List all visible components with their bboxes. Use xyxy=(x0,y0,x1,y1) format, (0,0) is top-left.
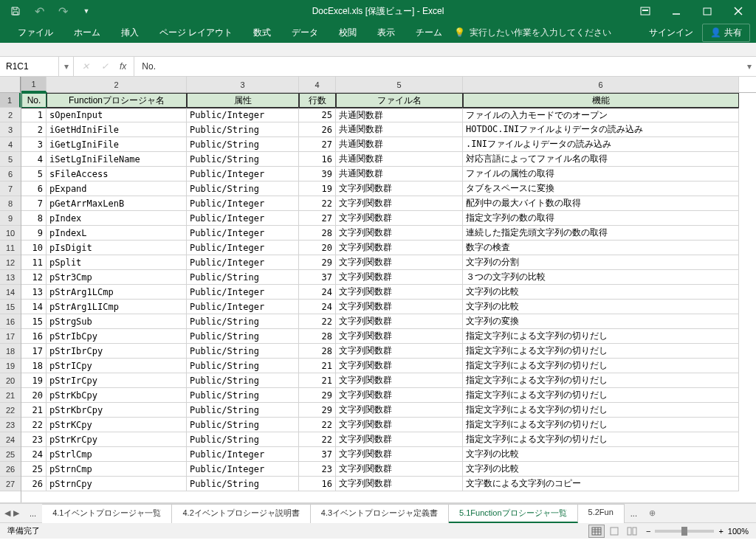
row-header[interactable]: 18 xyxy=(0,344,21,359)
maximize-button[interactable] xyxy=(693,1,722,21)
cell[interactable]: sFileAccess xyxy=(47,167,187,181)
cell[interactable]: pStrKbrCpy xyxy=(47,403,187,418)
zoom-in-button[interactable]: + xyxy=(718,527,723,536)
cell[interactable]: Public/String xyxy=(187,137,299,152)
cell[interactable]: 連続した指定先頭文字列の数の取得 xyxy=(463,226,739,241)
cell[interactable]: 1 xyxy=(21,108,47,122)
cell[interactable]: Public/String xyxy=(187,122,299,137)
cell[interactable]: 22 xyxy=(299,314,336,329)
cell[interactable]: 16 xyxy=(299,477,336,491)
sheet-tab[interactable]: 5.1Functionプロシージャ一覧 xyxy=(449,504,577,523)
row-header[interactable]: 1 xyxy=(0,93,21,108)
add-sheet-button[interactable]: ⊕ xyxy=(643,508,662,518)
cell[interactable]: 文字列関数群 xyxy=(336,300,463,314)
cell[interactable]: 文字列関数群 xyxy=(336,373,463,388)
cell[interactable]: 6 xyxy=(21,181,47,196)
cell[interactable]: 文字列関数群 xyxy=(336,388,463,403)
cell[interactable]: 37 xyxy=(299,447,336,462)
cell[interactable]: pIndex xyxy=(47,211,187,226)
tab-overflow-right[interactable]: ... xyxy=(625,509,643,518)
cell[interactable]: 文字列関数群 xyxy=(336,226,463,241)
cell[interactable]: 共通関数群 xyxy=(336,122,463,137)
cell[interactable]: 22 xyxy=(299,418,336,432)
cell[interactable]: Public/Integer xyxy=(187,167,299,181)
table-header-cell[interactable]: ファイル名 xyxy=(336,93,463,108)
sheet-tab[interactable]: 4.2イベントプロシージャ説明書 xyxy=(172,504,310,523)
cell[interactable]: 29 xyxy=(299,388,336,403)
sheet-tab[interactable]: 4.3イベントプロシージャ定義書 xyxy=(311,504,449,523)
column-header[interactable]: 2 xyxy=(47,77,187,92)
cell[interactable]: 3 xyxy=(21,137,47,152)
cell[interactable]: 28 xyxy=(299,329,336,344)
cell[interactable]: Public/String xyxy=(187,477,299,491)
row-header[interactable]: 22 xyxy=(0,403,21,418)
cell[interactable]: Public/String xyxy=(187,181,299,196)
cell[interactable]: 文字列関数群 xyxy=(336,447,463,462)
cell[interactable]: iSetLgIniFileName xyxy=(47,152,187,167)
cell[interactable]: pStrIrCpy xyxy=(47,373,187,388)
cell[interactable]: 指定文字列による文字列の切りだし xyxy=(463,329,739,344)
cell[interactable]: sOpenInput xyxy=(47,108,187,122)
cell[interactable]: 指定文字列による文字列の切りだし xyxy=(463,388,739,403)
row-header[interactable]: 11 xyxy=(0,241,21,255)
cell[interactable]: 22 xyxy=(299,196,336,211)
cell[interactable]: 12 xyxy=(21,270,47,285)
cell[interactable]: Public/Integer xyxy=(187,447,299,462)
cell[interactable]: pStrlCmp xyxy=(47,447,187,462)
cell[interactable]: 文字列の分割 xyxy=(463,255,739,270)
row-header[interactable]: 9 xyxy=(0,211,21,226)
cell[interactable]: Public/String xyxy=(187,418,299,432)
cell[interactable]: pStrnCpy xyxy=(47,477,187,491)
cell[interactable]: 文字列関数群 xyxy=(336,462,463,477)
cell[interactable]: 21 xyxy=(21,403,47,418)
cell[interactable]: Public/String xyxy=(187,432,299,447)
cell[interactable]: 文字列関数群 xyxy=(336,432,463,447)
sheet-tab[interactable]: 4.1イベントプロシージャ一覧 xyxy=(42,504,172,523)
cell[interactable]: 23 xyxy=(21,432,47,447)
cell[interactable]: 29 xyxy=(299,403,336,418)
tab-file[interactable]: ファイル xyxy=(9,24,62,42)
table-header-cell[interactable]: 属性 xyxy=(187,93,299,108)
cell[interactable]: 20 xyxy=(299,241,336,255)
cell[interactable]: Public/Integer xyxy=(187,226,299,241)
cell[interactable]: Public/String xyxy=(187,270,299,285)
row-header[interactable]: 10 xyxy=(0,226,21,241)
cell[interactable]: iGetHdIniFile xyxy=(47,122,187,137)
formula-expand-button[interactable]: ▾ xyxy=(743,61,756,72)
cell[interactable]: 14 xyxy=(21,300,47,314)
cell[interactable]: 16 xyxy=(299,152,336,167)
cell[interactable]: 25 xyxy=(299,108,336,122)
cell[interactable]: Public/Integer xyxy=(187,300,299,314)
formula-input[interactable]: No. xyxy=(134,61,743,72)
share-button[interactable]: 👤 共有 xyxy=(702,24,750,42)
save-button[interactable] xyxy=(6,1,25,21)
cell[interactable]: 指定文字列による文字列の切りだし xyxy=(463,344,739,359)
cell[interactable]: 文字列の比較 xyxy=(463,447,739,462)
cell[interactable]: pStrICpy xyxy=(47,359,187,373)
cell[interactable]: ３つの文字列の比較 xyxy=(463,270,739,285)
cell[interactable]: 数字の検査 xyxy=(463,241,739,255)
cell[interactable]: pGetArrMaxLenB xyxy=(47,196,187,211)
cell[interactable]: 20 xyxy=(21,388,47,403)
normal-view-button[interactable] xyxy=(588,525,605,538)
cell[interactable]: 18 xyxy=(21,359,47,373)
zoom-level[interactable]: 100% xyxy=(728,527,749,536)
cell[interactable]: 指定文字列による文字列の切りだし xyxy=(463,359,739,373)
cell[interactable]: Public/String xyxy=(187,314,299,329)
tab-pagelayout[interactable]: ページ レイアウト xyxy=(151,24,241,42)
cell[interactable]: 文字列関数群 xyxy=(336,181,463,196)
undo-button[interactable]: ↶ xyxy=(30,1,49,21)
page-break-view-button[interactable] xyxy=(624,525,640,538)
table-header-cell[interactable]: Functionプロシージャ名 xyxy=(47,93,187,108)
minimize-button[interactable] xyxy=(662,1,691,21)
cell[interactable]: 19 xyxy=(299,181,336,196)
cell[interactable]: Public/String xyxy=(187,344,299,359)
tab-team[interactable]: チーム xyxy=(407,24,451,42)
name-box[interactable]: R1C1 xyxy=(0,57,59,76)
row-header[interactable]: 24 xyxy=(0,432,21,447)
table-header-cell[interactable]: 行数 xyxy=(299,93,336,108)
cell[interactable]: 配列中の最大バイト数の取得 xyxy=(463,196,739,211)
tab-data[interactable]: データ xyxy=(283,24,327,42)
cell[interactable]: 文字列関数群 xyxy=(336,314,463,329)
row-header[interactable]: 12 xyxy=(0,255,21,270)
